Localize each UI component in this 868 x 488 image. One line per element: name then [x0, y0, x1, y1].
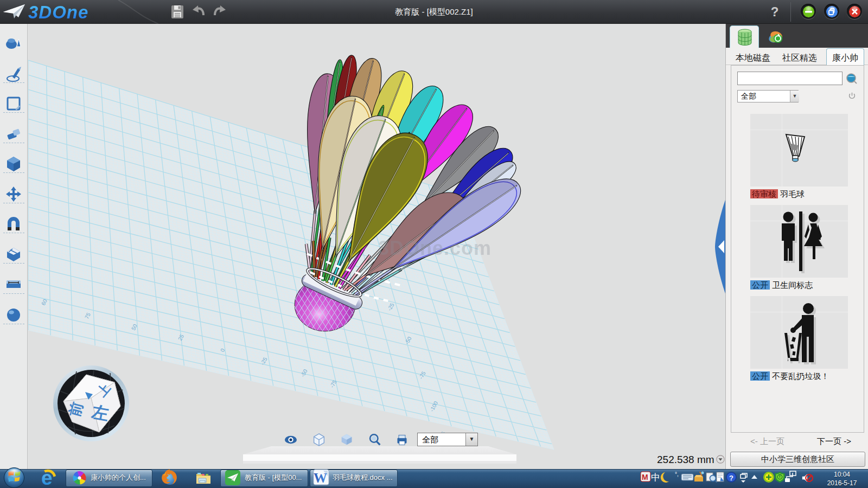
- svg-text:M: M: [642, 473, 648, 481]
- svg-text:左: 左: [90, 402, 111, 423]
- svg-text:W: W: [314, 471, 327, 485]
- svg-text:中: 中: [651, 472, 660, 483]
- svg-text:°,: °,: [675, 471, 679, 477]
- svg-text:?: ?: [729, 474, 733, 482]
